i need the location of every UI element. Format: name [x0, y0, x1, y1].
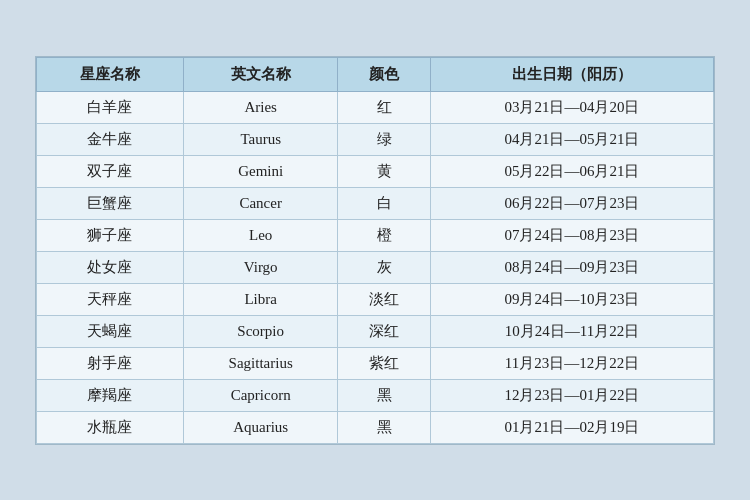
cell-english-name: Leo	[183, 219, 338, 251]
header-chinese-name: 星座名称	[37, 57, 184, 91]
table-row: 处女座Virgo灰08月24日—09月23日	[37, 251, 714, 283]
cell-color: 深红	[338, 315, 431, 347]
table-row: 双子座Gemini黄05月22日—06月21日	[37, 155, 714, 187]
zodiac-table-container: 星座名称 英文名称 颜色 出生日期（阳历） 白羊座Aries红03月21日—04…	[35, 56, 715, 445]
cell-color: 橙	[338, 219, 431, 251]
cell-chinese-name: 双子座	[37, 155, 184, 187]
cell-color: 黑	[338, 379, 431, 411]
cell-chinese-name: 摩羯座	[37, 379, 184, 411]
cell-dates: 03月21日—04月20日	[430, 91, 713, 123]
table-row: 白羊座Aries红03月21日—04月20日	[37, 91, 714, 123]
header-dates: 出生日期（阳历）	[430, 57, 713, 91]
cell-english-name: Scorpio	[183, 315, 338, 347]
table-row: 水瓶座Aquarius黑01月21日—02月19日	[37, 411, 714, 443]
cell-english-name: Virgo	[183, 251, 338, 283]
cell-color: 白	[338, 187, 431, 219]
cell-english-name: Taurus	[183, 123, 338, 155]
cell-english-name: Aquarius	[183, 411, 338, 443]
cell-color: 紫红	[338, 347, 431, 379]
cell-chinese-name: 射手座	[37, 347, 184, 379]
table-row: 摩羯座Capricorn黑12月23日—01月22日	[37, 379, 714, 411]
cell-color: 黑	[338, 411, 431, 443]
cell-english-name: Sagittarius	[183, 347, 338, 379]
cell-chinese-name: 天秤座	[37, 283, 184, 315]
cell-dates: 07月24日—08月23日	[430, 219, 713, 251]
cell-dates: 09月24日—10月23日	[430, 283, 713, 315]
zodiac-table: 星座名称 英文名称 颜色 出生日期（阳历） 白羊座Aries红03月21日—04…	[36, 57, 714, 444]
cell-chinese-name: 巨蟹座	[37, 187, 184, 219]
cell-dates: 04月21日—05月21日	[430, 123, 713, 155]
cell-color: 绿	[338, 123, 431, 155]
cell-dates: 08月24日—09月23日	[430, 251, 713, 283]
header-color: 颜色	[338, 57, 431, 91]
cell-chinese-name: 白羊座	[37, 91, 184, 123]
cell-dates: 12月23日—01月22日	[430, 379, 713, 411]
table-row: 巨蟹座Cancer白06月22日—07月23日	[37, 187, 714, 219]
cell-color: 红	[338, 91, 431, 123]
table-row: 天蝎座Scorpio深红10月24日—11月22日	[37, 315, 714, 347]
cell-color: 灰	[338, 251, 431, 283]
cell-english-name: Aries	[183, 91, 338, 123]
cell-dates: 11月23日—12月22日	[430, 347, 713, 379]
cell-chinese-name: 狮子座	[37, 219, 184, 251]
cell-dates: 05月22日—06月21日	[430, 155, 713, 187]
cell-dates: 06月22日—07月23日	[430, 187, 713, 219]
cell-dates: 10月24日—11月22日	[430, 315, 713, 347]
cell-chinese-name: 水瓶座	[37, 411, 184, 443]
cell-chinese-name: 处女座	[37, 251, 184, 283]
cell-english-name: Gemini	[183, 155, 338, 187]
table-header-row: 星座名称 英文名称 颜色 出生日期（阳历）	[37, 57, 714, 91]
cell-english-name: Libra	[183, 283, 338, 315]
table-row: 狮子座Leo橙07月24日—08月23日	[37, 219, 714, 251]
cell-english-name: Cancer	[183, 187, 338, 219]
cell-color: 淡红	[338, 283, 431, 315]
cell-chinese-name: 天蝎座	[37, 315, 184, 347]
cell-dates: 01月21日—02月19日	[430, 411, 713, 443]
table-row: 金牛座Taurus绿04月21日—05月21日	[37, 123, 714, 155]
table-row: 天秤座Libra淡红09月24日—10月23日	[37, 283, 714, 315]
table-body: 白羊座Aries红03月21日—04月20日金牛座Taurus绿04月21日—0…	[37, 91, 714, 443]
table-row: 射手座Sagittarius紫红11月23日—12月22日	[37, 347, 714, 379]
header-english-name: 英文名称	[183, 57, 338, 91]
cell-color: 黄	[338, 155, 431, 187]
cell-english-name: Capricorn	[183, 379, 338, 411]
cell-chinese-name: 金牛座	[37, 123, 184, 155]
